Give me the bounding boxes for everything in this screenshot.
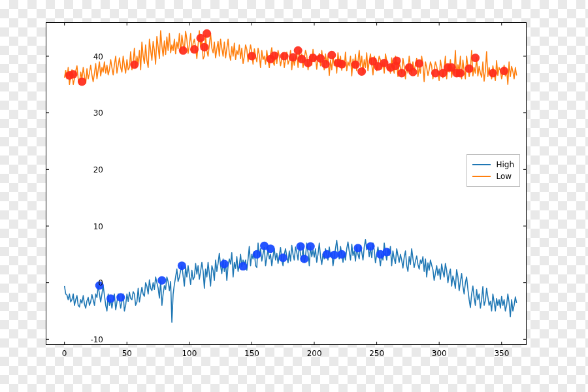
xtick-label: 250	[369, 349, 384, 358]
legend-swatch-low	[472, 176, 491, 177]
ytick-label: 10	[84, 222, 103, 231]
svg-point-29	[106, 294, 115, 302]
svg-point-35	[253, 250, 261, 259]
svg-point-61	[280, 52, 289, 61]
svg-point-45	[353, 244, 362, 252]
svg-point-51	[78, 78, 86, 86]
svg-point-82	[409, 68, 417, 76]
svg-point-58	[248, 52, 256, 61]
svg-point-93	[500, 67, 508, 75]
svg-point-72	[351, 61, 360, 69]
svg-point-34	[239, 262, 248, 270]
xtick-label: 50	[122, 349, 132, 358]
svg-point-60	[270, 52, 278, 60]
svg-point-56	[200, 43, 208, 52]
svg-point-31	[157, 276, 166, 285]
svg-point-52	[130, 61, 139, 69]
svg-point-43	[330, 251, 338, 259]
legend-label-low: Low	[496, 172, 512, 181]
svg-point-89	[456, 69, 465, 78]
svg-point-53	[179, 46, 188, 55]
ytick-label: 30	[84, 108, 103, 118]
legend-label-high: High	[496, 160, 514, 169]
svg-point-39	[296, 242, 304, 251]
ytick-label: -10	[84, 335, 103, 344]
svg-point-73	[357, 67, 366, 76]
legend-swatch-high	[472, 164, 491, 165]
xtick-label: 100	[182, 349, 197, 358]
xtick-label: 200	[307, 349, 322, 358]
svg-point-83	[415, 59, 423, 68]
svg-point-50	[69, 70, 78, 78]
svg-point-79	[393, 56, 401, 65]
xtick-label: 0	[62, 349, 67, 358]
legend-entry-low: Low	[472, 171, 514, 182]
svg-point-66	[309, 54, 318, 62]
xtick-label: 350	[494, 349, 509, 358]
svg-point-63	[294, 46, 302, 55]
ytick-label: 40	[84, 52, 103, 61]
svg-point-92	[489, 69, 497, 78]
svg-point-42	[323, 250, 331, 259]
svg-point-71	[338, 60, 346, 69]
svg-point-84	[431, 69, 440, 78]
figure: High Low -10 0 10 20 30 40 0 50 100 150 …	[0, 0, 588, 392]
svg-point-54	[190, 45, 199, 54]
plot-area: High Low	[46, 22, 527, 345]
svg-point-68	[321, 60, 330, 69]
svg-point-32	[178, 261, 186, 270]
ytick-label: 0	[84, 278, 103, 287]
svg-point-33	[220, 260, 229, 269]
svg-point-48	[382, 248, 391, 256]
svg-point-44	[338, 250, 346, 259]
svg-point-38	[279, 253, 287, 262]
ytick-label: 20	[84, 165, 103, 174]
svg-point-37	[267, 244, 275, 253]
svg-point-46	[367, 242, 375, 251]
svg-point-40	[300, 255, 308, 263]
legend: High Low	[466, 154, 520, 187]
svg-point-91	[471, 54, 480, 62]
svg-point-69	[327, 51, 336, 59]
xtick-label: 300	[432, 349, 447, 358]
svg-point-41	[306, 242, 315, 251]
svg-point-80	[397, 69, 406, 78]
svg-point-30	[116, 293, 125, 302]
xtick-label: 150	[244, 349, 259, 358]
svg-point-57	[203, 29, 211, 38]
legend-entry-high: High	[472, 159, 514, 171]
svg-point-90	[465, 65, 474, 73]
plot-canvas	[46, 22, 527, 345]
svg-point-62	[289, 53, 297, 61]
